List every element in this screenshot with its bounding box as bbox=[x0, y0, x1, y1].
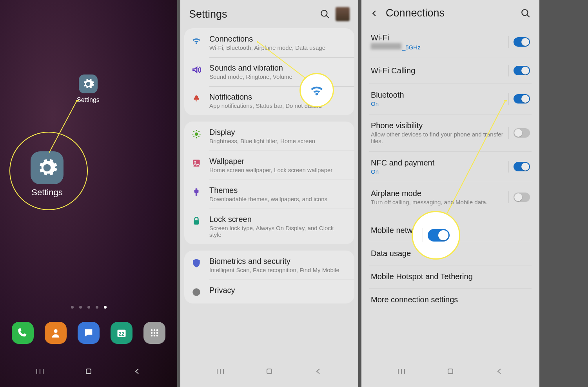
dock: 22 bbox=[0, 322, 177, 344]
toggle-switch[interactable] bbox=[514, 162, 530, 171]
divider bbox=[508, 65, 509, 76]
connection-item[interactable]: Wi-Fi_5GHz bbox=[369, 26, 532, 58]
settings-row[interactable]: Sounds and vibrationSound mode, Ringtone… bbox=[184, 57, 354, 86]
back-button[interactable] bbox=[129, 363, 145, 379]
nav-bar bbox=[0, 363, 177, 379]
toggle-switch[interactable] bbox=[514, 66, 530, 75]
recents-button[interactable] bbox=[32, 363, 48, 379]
gear-icon bbox=[31, 151, 64, 184]
connection-item[interactable]: Phone visibilityAllow other devices to f… bbox=[369, 114, 532, 151]
settings-row[interactable]: Lock screenScreen lock type, Always On D… bbox=[184, 209, 354, 244]
settings-row[interactable]: Biometrics and securityIntelligent Scan,… bbox=[184, 251, 354, 280]
lock-icon bbox=[191, 216, 201, 226]
settings-group: Biometrics and securityIntelligent Scan,… bbox=[184, 251, 354, 303]
svg-point-13 bbox=[156, 335, 158, 337]
recents-button[interactable] bbox=[212, 363, 228, 379]
item-title: Data usage bbox=[371, 249, 530, 258]
page-indicator bbox=[0, 306, 177, 309]
settings-header: Settings bbox=[180, 0, 358, 28]
connection-item[interactable]: Mobile networks bbox=[369, 219, 532, 242]
back-button[interactable] bbox=[310, 363, 326, 379]
connection-item[interactable]: BluetoothOn bbox=[369, 84, 532, 114]
svg-rect-21 bbox=[267, 369, 272, 374]
item-title: Wi-Fi bbox=[371, 33, 504, 42]
item-subtitle: _5GHz bbox=[371, 43, 504, 51]
row-title: Connections bbox=[209, 35, 325, 44]
toggle-switch[interactable] bbox=[514, 128, 530, 138]
connection-item[interactable]: Mobile Hotspot and Tethering bbox=[369, 265, 532, 288]
svg-point-20 bbox=[192, 288, 200, 296]
svg-rect-14 bbox=[86, 369, 91, 374]
toggle-switch[interactable] bbox=[514, 37, 530, 47]
back-icon[interactable] bbox=[370, 9, 379, 18]
phone-app-icon[interactable] bbox=[12, 322, 34, 344]
back-button[interactable] bbox=[492, 363, 507, 379]
connection-item[interactable]: More connection settings bbox=[369, 288, 532, 311]
messages-app-icon[interactable] bbox=[78, 322, 100, 344]
wifi-icon bbox=[191, 36, 201, 46]
svg-rect-19 bbox=[194, 220, 199, 225]
home-screen: Settings Settings 22 bbox=[0, 0, 177, 387]
app-label: Settings bbox=[77, 96, 100, 104]
toggle-switch[interactable] bbox=[514, 94, 530, 104]
connections-screen: Connections Wi-Fi_5GHzWi-Fi CallingBluet… bbox=[361, 0, 539, 387]
connections-header: Connections bbox=[361, 0, 539, 26]
row-title: Notifications bbox=[209, 93, 322, 102]
home-button[interactable] bbox=[443, 363, 458, 379]
search-icon[interactable] bbox=[320, 9, 330, 19]
connection-item[interactable]: Wi-Fi Calling bbox=[369, 58, 532, 84]
connection-item[interactable]: Data usage bbox=[369, 242, 532, 265]
item-title: Mobile networks bbox=[371, 226, 530, 235]
connections-list: Wi-Fi_5GHzWi-Fi CallingBluetoothOnPhone … bbox=[361, 26, 539, 347]
svg-text:22: 22 bbox=[119, 331, 124, 337]
row-subtitle: Screen lock type, Always On Display, and… bbox=[209, 225, 347, 238]
toggle-switch[interactable] bbox=[514, 193, 530, 202]
search-icon[interactable] bbox=[521, 8, 531, 18]
row-title: Themes bbox=[209, 186, 327, 195]
item-subtitle: On bbox=[371, 100, 504, 107]
page-title: Connections bbox=[386, 7, 514, 19]
svg-point-15 bbox=[321, 10, 327, 16]
gear-icon bbox=[79, 74, 98, 93]
nav-bar bbox=[180, 363, 358, 379]
svg-point-16 bbox=[195, 133, 198, 136]
security-icon bbox=[191, 258, 201, 268]
settings-row[interactable]: DisplayBrightness, Blue light filter, Ho… bbox=[184, 122, 354, 151]
contacts-app-icon[interactable] bbox=[45, 322, 67, 344]
row-subtitle: Sound mode, Ringtone, Volume bbox=[209, 73, 292, 80]
home-button[interactable] bbox=[81, 363, 96, 379]
settings-group: DisplayBrightness, Blue light filter, Ho… bbox=[184, 122, 354, 244]
apps-drawer-icon[interactable] bbox=[143, 322, 165, 344]
app-label-zoom: Settings bbox=[31, 187, 63, 198]
nav-bar bbox=[361, 363, 539, 379]
settings-app-icon-small[interactable]: Settings bbox=[77, 74, 100, 104]
settings-row[interactable]: NotificationsApp notifications, Status b… bbox=[184, 86, 354, 115]
page-title: Settings bbox=[189, 8, 314, 20]
row-subtitle: Brightness, Blue light filter, Home scre… bbox=[209, 138, 315, 144]
recents-button[interactable] bbox=[394, 363, 409, 379]
svg-point-11 bbox=[151, 335, 153, 337]
row-title: Lock screen bbox=[209, 215, 347, 224]
settings-row[interactable]: ConnectionsWi-Fi, Bluetooth, Airplane mo… bbox=[184, 28, 354, 57]
profile-avatar[interactable] bbox=[336, 7, 350, 21]
svg-point-18 bbox=[194, 161, 196, 163]
display-icon bbox=[191, 129, 201, 139]
calendar-app-icon[interactable]: 22 bbox=[111, 322, 132, 344]
row-title: Display bbox=[209, 128, 315, 137]
row-title: Sounds and vibration bbox=[209, 64, 292, 73]
divider bbox=[508, 36, 509, 48]
home-button[interactable] bbox=[261, 363, 277, 379]
settings-row[interactable]: WallpaperHome screen wallpaper, Lock scr… bbox=[184, 151, 354, 180]
svg-point-9 bbox=[154, 332, 156, 334]
row-title: Wallpaper bbox=[209, 157, 332, 166]
row-title: Biometrics and security bbox=[209, 257, 339, 266]
settings-row[interactable]: ThemesDownloadable themes, wallpapers, a… bbox=[184, 180, 354, 209]
connection-item[interactable]: Airplane modeTurn off calling, messaging… bbox=[369, 182, 532, 213]
item-title: Wi-Fi Calling bbox=[371, 66, 504, 75]
settings-row[interactable]: Privacy bbox=[184, 280, 354, 303]
highlight-line bbox=[49, 100, 85, 153]
sound-icon bbox=[191, 65, 201, 75]
svg-point-8 bbox=[151, 332, 153, 334]
connection-item[interactable]: NFC and paymentOn bbox=[369, 151, 532, 182]
svg-point-12 bbox=[154, 335, 156, 337]
